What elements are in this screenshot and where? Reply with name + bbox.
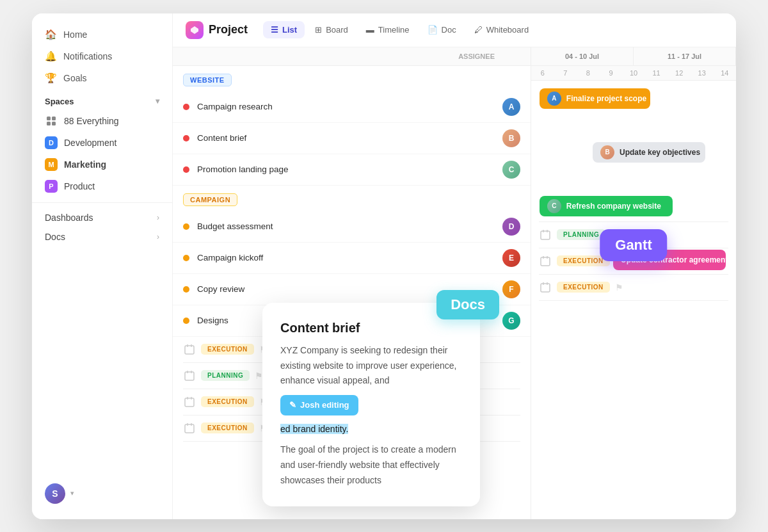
gantt-bar-1: A Finalize project scope — [540, 88, 650, 109]
task-name: Campaign research — [197, 102, 502, 111]
sidebar: 🏠 Home 🔔 Notifications 🏆 Goals Spaces ▾ — [32, 13, 173, 519]
app-container: 🏠 Home 🔔 Notifications 🏆 Goals Spaces ▾ — [32, 13, 736, 519]
gantt-row-3: C Refresh company website — [531, 142, 736, 165]
tab-list[interactable]: ☰ List — [263, 21, 305, 38]
sidebar-item-marketing-label: Marketing — [64, 159, 106, 170]
sidebar-item-everything[interactable]: 88 Everything — [32, 110, 172, 132]
svg-rect-5 — [185, 346, 194, 354]
day-10: 10 — [622, 66, 645, 80]
status-badge: EXECUTION — [201, 396, 254, 407]
chevron-down-icon: ▾ — [156, 97, 159, 106]
task-dot — [183, 166, 189, 173]
marketing-badge: M — [45, 158, 58, 171]
docs-badge: Docs — [436, 290, 499, 319]
task-name: Content brief — [197, 133, 502, 143]
svg-rect-26 — [541, 284, 550, 292]
gantt-row-4: Update contractor agreement — [531, 170, 736, 193]
sidebar-item-notifications-label: Notifications — [63, 51, 112, 61]
table-row[interactable]: Campaign research A — [173, 92, 531, 123]
sidebar-item-development-label: Development — [64, 138, 117, 148]
chevron-right-icon-docs: › — [157, 232, 159, 241]
day-8: 8 — [577, 66, 600, 80]
product-badge: P — [45, 180, 58, 193]
docs-title: Content brief — [280, 321, 462, 335]
svg-rect-11 — [185, 398, 194, 407]
sidebar-item-docs[interactable]: Docs › — [32, 227, 172, 246]
day-7: 7 — [554, 66, 577, 80]
chevron-right-icon: › — [157, 213, 159, 222]
status-badge: EXECUTION — [201, 423, 254, 433]
website-label: WEBSITE — [183, 74, 232, 86]
day-11: 11 — [645, 66, 668, 80]
board-icon: ⊞ — [315, 25, 322, 35]
nav-tabs: ☰ List ⊞ Board ▬ Timeline 📄 Doc 🖊 Wh — [263, 21, 536, 38]
sidebar-item-goals-label: Goals — [63, 73, 87, 83]
highlighted-text: ed brand identity. — [280, 424, 348, 434]
gantt-week-header: 04 - 10 Jul 11 - 17 Jul — [531, 47, 736, 66]
sidebar-item-goals[interactable]: 🏆 Goals — [32, 67, 172, 89]
docs-body: XYZ Company is seeking to redesign their… — [280, 343, 462, 488]
svg-rect-2 — [47, 122, 51, 125]
table-row[interactable]: Promotion landing page C — [173, 154, 531, 186]
table-row[interactable]: Content brief B — [173, 123, 531, 154]
status-badge: EXECUTION — [201, 344, 254, 355]
campaign-label: CAMPAIGN — [183, 193, 237, 206]
day-6: 6 — [531, 66, 554, 80]
svg-rect-20 — [541, 231, 550, 239]
status-badge: PLANNING — [557, 229, 605, 240]
day-14: 14 — [714, 66, 737, 80]
josh-editing-row: ✎ Josh editing — [280, 392, 462, 418]
sidebar-item-product[interactable]: P Product — [32, 175, 172, 197]
docs-paragraph-1: XYZ Company is seeking to redesign their… — [280, 343, 462, 389]
timeline-icon: ▬ — [366, 25, 374, 35]
gantt-status-row: EXECUTION ⚑ — [539, 275, 728, 301]
docs-paragraph-3: The goal of the project is to create a m… — [280, 442, 462, 488]
bar-avatar: C — [547, 199, 561, 213]
avatar: F — [502, 280, 520, 298]
bell-icon: 🔔 — [45, 51, 57, 62]
sidebar-item-home[interactable]: 🏠 Home — [32, 24, 172, 45]
week-block-1: 04 - 10 Jul — [531, 47, 634, 65]
list-icon: ☰ — [271, 25, 278, 35]
sidebar-item-dashboards[interactable]: Dashboards › — [32, 208, 172, 227]
trophy-icon: 🏆 — [45, 72, 57, 84]
table-row[interactable]: Campaign kickoff E — [173, 243, 531, 274]
task-dot — [183, 223, 189, 230]
sidebar-item-product-label: Product — [64, 181, 95, 191]
svg-rect-0 — [47, 117, 51, 120]
tab-whiteboard[interactable]: 🖊 Whiteboard — [467, 21, 536, 38]
tab-board[interactable]: ⊞ Board — [307, 21, 356, 38]
grid-icon — [45, 115, 58, 127]
avatar: G — [502, 312, 520, 330]
avatar: D — [502, 218, 520, 236]
week-block-2: 11 - 17 Jul — [634, 47, 736, 65]
avatar: C — [502, 161, 520, 179]
sidebar-item-home-label: Home — [63, 29, 87, 40]
task-dot — [183, 286, 189, 293]
task-dot — [183, 318, 189, 324]
sidebar-item-development[interactable]: D Development — [32, 132, 172, 154]
sidebar-item-everything-label: 88 Everything — [64, 116, 119, 126]
gantt-bars-area: A Finalize project scope B Update key ob… — [531, 81, 736, 196]
home-icon: 🏠 — [45, 29, 57, 40]
pencil-icon: ✎ — [289, 398, 296, 412]
task-name: Budget assessment — [197, 222, 502, 231]
gantt-days-row: 6 7 8 9 10 11 12 13 14 — [531, 66, 736, 81]
user-avatar-area[interactable]: S ▾ — [32, 478, 172, 509]
day-9: 9 — [600, 66, 623, 80]
table-row[interactable]: Budget assessment D — [173, 211, 531, 243]
svg-rect-3 — [52, 122, 56, 125]
day-13: 13 — [691, 66, 714, 80]
avatar: S — [45, 483, 65, 504]
sidebar-item-marketing[interactable]: M Marketing — [32, 154, 172, 175]
task-name: Promotion landing page — [197, 165, 502, 174]
spaces-header: Spaces ▾ — [32, 89, 172, 110]
avatar: A — [502, 98, 520, 116]
svg-rect-8 — [185, 372, 194, 380]
tab-timeline[interactable]: ▬ Timeline — [358, 21, 417, 38]
doc-icon: 📄 — [428, 25, 438, 35]
tab-doc[interactable]: 📄 Doc — [420, 21, 464, 38]
avatar: B — [502, 129, 520, 147]
task-dot — [183, 255, 189, 261]
sidebar-item-notifications[interactable]: 🔔 Notifications — [32, 45, 172, 67]
